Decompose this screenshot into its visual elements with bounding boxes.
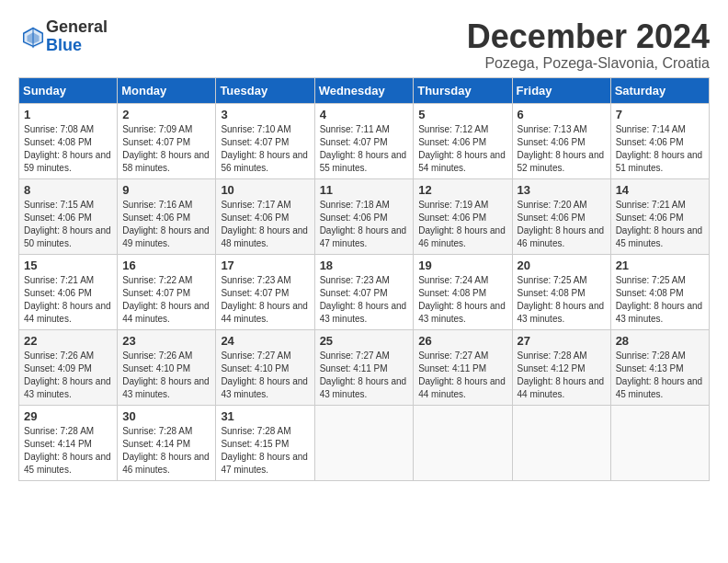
page-container: General Blue December 2024 Pozega, Pozeg…: [18, 18, 710, 481]
calendar-cell: 3 Sunrise: 7:10 AMSunset: 4:07 PMDayligh…: [216, 103, 314, 178]
calendar-cell: 29 Sunrise: 7:28 AMSunset: 4:14 PMDaylig…: [19, 405, 118, 480]
day-info: Sunrise: 7:25 AMSunset: 4:08 PMDaylight:…: [616, 275, 703, 324]
calendar-cell: 18 Sunrise: 7:23 AMSunset: 4:07 PMDaylig…: [314, 254, 414, 329]
day-number: 22: [24, 334, 112, 348]
day-number: 14: [616, 183, 704, 197]
day-number: 29: [24, 409, 112, 423]
day-info: Sunrise: 7:16 AMSunset: 4:06 PMDaylight:…: [122, 200, 210, 248]
day-number: 27: [518, 334, 606, 348]
day-info: Sunrise: 7:27 AMSunset: 4:10 PMDaylight:…: [221, 350, 308, 399]
calendar-cell: 6 Sunrise: 7:13 AMSunset: 4:06 PMDayligh…: [512, 103, 610, 178]
day-number: 10: [221, 183, 309, 197]
day-info: Sunrise: 7:27 AMSunset: 4:11 PMDaylight:…: [418, 350, 506, 399]
calendar-cell: 28 Sunrise: 7:28 AMSunset: 4:13 PMDaylig…: [610, 329, 709, 405]
weekday-header-saturday: Saturday: [610, 77, 709, 103]
day-info: Sunrise: 7:28 AMSunset: 4:15 PMDaylight:…: [221, 426, 308, 475]
day-info: Sunrise: 7:21 AMSunset: 4:06 PMDaylight:…: [616, 200, 703, 248]
day-number: 18: [320, 259, 409, 272]
day-info: Sunrise: 7:27 AMSunset: 4:11 PMDaylight:…: [320, 350, 407, 399]
day-number: 16: [122, 259, 210, 272]
calendar-cell: 13 Sunrise: 7:20 AMSunset: 4:06 PMDaylig…: [512, 178, 610, 254]
calendar-cell: 1 Sunrise: 7:08 AMSunset: 4:08 PMDayligh…: [19, 103, 118, 178]
header: General Blue December 2024 Pozega, Pozeg…: [18, 18, 710, 72]
day-number: 13: [518, 183, 606, 197]
calendar-cell: 9 Sunrise: 7:16 AMSunset: 4:06 PMDayligh…: [118, 178, 216, 254]
calendar-cell: 15 Sunrise: 7:21 AMSunset: 4:06 PMDaylig…: [19, 254, 118, 329]
logo-icon: [20, 24, 46, 50]
weekday-header-row: SundayMondayTuesdayWednesdayThursdayFrid…: [19, 77, 710, 103]
day-info: Sunrise: 7:24 AMSunset: 4:08 PMDaylight:…: [418, 275, 506, 324]
day-info: Sunrise: 7:13 AMSunset: 4:06 PMDaylight:…: [518, 124, 605, 173]
month-title: December 2024: [467, 18, 710, 55]
calendar-cell: 5 Sunrise: 7:12 AMSunset: 4:06 PMDayligh…: [414, 103, 512, 178]
day-number: 17: [221, 259, 309, 272]
calendar-cell: 2 Sunrise: 7:09 AMSunset: 4:07 PMDayligh…: [118, 103, 216, 178]
day-info: Sunrise: 7:11 AMSunset: 4:07 PMDaylight:…: [320, 124, 407, 173]
day-info: Sunrise: 7:08 AMSunset: 4:08 PMDaylight:…: [24, 124, 111, 173]
day-info: Sunrise: 7:21 AMSunset: 4:06 PMDaylight:…: [24, 275, 111, 324]
day-info: Sunrise: 7:28 AMSunset: 4:14 PMDaylight:…: [24, 426, 111, 475]
day-info: Sunrise: 7:20 AMSunset: 4:06 PMDaylight:…: [518, 200, 605, 248]
weekday-header-wednesday: Wednesday: [314, 77, 414, 103]
calendar-cell: 25 Sunrise: 7:27 AMSunset: 4:11 PMDaylig…: [314, 329, 414, 405]
weekday-header-tuesday: Tuesday: [216, 77, 314, 103]
day-number: 4: [320, 108, 409, 121]
calendar-week-row: 8 Sunrise: 7:15 AMSunset: 4:06 PMDayligh…: [19, 178, 710, 254]
day-info: Sunrise: 7:14 AMSunset: 4:06 PMDaylight:…: [616, 124, 703, 173]
calendar-cell: 10 Sunrise: 7:17 AMSunset: 4:06 PMDaylig…: [216, 178, 314, 254]
calendar-cell: 19 Sunrise: 7:24 AMSunset: 4:08 PMDaylig…: [414, 254, 512, 329]
day-number: 6: [518, 108, 606, 121]
day-info: Sunrise: 7:26 AMSunset: 4:09 PMDaylight:…: [24, 350, 111, 399]
calendar-cell: 31 Sunrise: 7:28 AMSunset: 4:15 PMDaylig…: [216, 405, 314, 480]
day-number: 3: [221, 108, 309, 121]
logo: General Blue: [18, 18, 108, 55]
calendar-cell: 20 Sunrise: 7:25 AMSunset: 4:08 PMDaylig…: [512, 254, 610, 329]
day-info: Sunrise: 7:17 AMSunset: 4:06 PMDaylight:…: [221, 200, 308, 248]
calendar-week-row: 29 Sunrise: 7:28 AMSunset: 4:14 PMDaylig…: [19, 405, 710, 480]
day-number: 5: [418, 108, 506, 121]
logo-text: General Blue: [46, 18, 108, 55]
day-number: 21: [616, 259, 704, 272]
calendar-cell: 22 Sunrise: 7:26 AMSunset: 4:09 PMDaylig…: [19, 329, 118, 405]
calendar-cell: 14 Sunrise: 7:21 AMSunset: 4:06 PMDaylig…: [610, 178, 709, 254]
day-info: Sunrise: 7:23 AMSunset: 4:07 PMDaylight:…: [320, 275, 407, 324]
calendar-cell: 30 Sunrise: 7:28 AMSunset: 4:14 PMDaylig…: [118, 405, 216, 480]
day-info: Sunrise: 7:10 AMSunset: 4:07 PMDaylight:…: [221, 124, 308, 173]
day-number: 2: [122, 108, 210, 121]
day-number: 20: [518, 259, 606, 272]
day-info: Sunrise: 7:26 AMSunset: 4:10 PMDaylight:…: [122, 350, 210, 399]
calendar-week-row: 22 Sunrise: 7:26 AMSunset: 4:09 PMDaylig…: [19, 329, 710, 405]
day-number: 23: [122, 334, 210, 348]
calendar-cell: 17 Sunrise: 7:23 AMSunset: 4:07 PMDaylig…: [216, 254, 314, 329]
day-info: Sunrise: 7:28 AMSunset: 4:14 PMDaylight:…: [122, 426, 210, 475]
weekday-header-monday: Monday: [118, 77, 216, 103]
calendar-cell: 11 Sunrise: 7:18 AMSunset: 4:06 PMDaylig…: [314, 178, 414, 254]
calendar-cell: 8 Sunrise: 7:15 AMSunset: 4:06 PMDayligh…: [19, 178, 118, 254]
day-number: 12: [418, 183, 506, 197]
day-info: Sunrise: 7:25 AMSunset: 4:08 PMDaylight:…: [518, 275, 605, 324]
day-number: 26: [418, 334, 506, 348]
calendar-cell: 4 Sunrise: 7:11 AMSunset: 4:07 PMDayligh…: [314, 103, 414, 178]
calendar-table: SundayMondayTuesdayWednesdayThursdayFrid…: [18, 77, 710, 481]
day-info: Sunrise: 7:28 AMSunset: 4:12 PMDaylight:…: [518, 350, 605, 399]
day-number: 9: [122, 183, 210, 197]
day-number: 30: [122, 409, 210, 423]
calendar-cell: 16 Sunrise: 7:22 AMSunset: 4:07 PMDaylig…: [118, 254, 216, 329]
day-info: Sunrise: 7:15 AMSunset: 4:06 PMDaylight:…: [24, 200, 111, 248]
calendar-cell: 12 Sunrise: 7:19 AMSunset: 4:06 PMDaylig…: [414, 178, 512, 254]
day-number: 1: [24, 108, 112, 121]
day-info: Sunrise: 7:23 AMSunset: 4:07 PMDaylight:…: [221, 275, 308, 324]
calendar-cell: [610, 405, 709, 480]
weekday-header-thursday: Thursday: [414, 77, 512, 103]
day-info: Sunrise: 7:19 AMSunset: 4:06 PMDaylight:…: [418, 200, 506, 248]
day-number: 25: [320, 334, 409, 348]
day-info: Sunrise: 7:22 AMSunset: 4:07 PMDaylight:…: [122, 275, 210, 324]
day-number: 28: [616, 334, 704, 348]
calendar-week-row: 15 Sunrise: 7:21 AMSunset: 4:06 PMDaylig…: [19, 254, 710, 329]
day-number: 19: [418, 259, 506, 272]
location-subtitle: Pozega, Pozega-Slavonia, Croatia: [467, 55, 710, 72]
calendar-cell: 21 Sunrise: 7:25 AMSunset: 4:08 PMDaylig…: [610, 254, 709, 329]
calendar-cell: [512, 405, 610, 480]
day-number: 15: [24, 259, 112, 272]
calendar-cell: [314, 405, 414, 480]
